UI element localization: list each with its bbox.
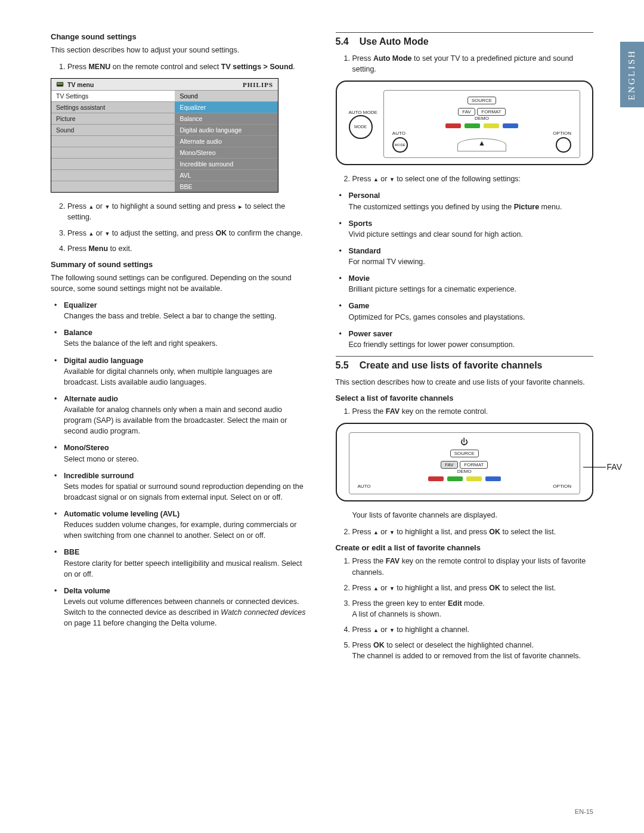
item-avl: Automatic volume leveling (AVL)Reduces s… xyxy=(64,509,309,541)
up-icon xyxy=(373,175,379,183)
c-step1: Press the FAV key on the remote control … xyxy=(352,556,594,577)
item-dal: Digital audio languageAvailable for digi… xyxy=(64,355,309,388)
mode-sports: SportsVivid picture settings and clear s… xyxy=(349,218,594,240)
item-mono: Mono/StereoSelect mono or stereo. xyxy=(64,442,309,464)
heading-summary: Summary of sound settings xyxy=(51,260,309,269)
auto-mode-button-icon: MODE xyxy=(349,115,373,139)
tv-menu-figure: 📟TV menuPHILIPS TV SettingsSound Setting… xyxy=(51,78,278,193)
mode-icon: MODE xyxy=(392,137,408,153)
item-alt: Alternate audioAvailable for analog chan… xyxy=(64,394,309,437)
option-icon xyxy=(556,137,571,153)
page-number: EN-15 xyxy=(575,808,593,815)
language-tab: ENGLISH xyxy=(620,42,644,107)
down-icon xyxy=(389,584,395,592)
up-icon xyxy=(373,584,379,592)
heading-change-sound: Change sound settings xyxy=(51,32,309,41)
fav-callout: FAV xyxy=(607,462,622,472)
mode-movie: MovieBrilliant picture settings for a ci… xyxy=(349,273,594,295)
right-icon xyxy=(237,202,243,210)
c-step5: Press OK to select or deselect the highl… xyxy=(352,640,594,661)
down-icon xyxy=(104,202,110,210)
heading-create-fav: Create or edit a list of favorite channe… xyxy=(336,543,594,552)
up-icon xyxy=(373,625,379,634)
heading-select-fav: Select a list of favorite channels xyxy=(336,394,594,402)
mode-game: GameOptimized for PCs, games consoles an… xyxy=(349,301,594,322)
c-step4: Press or to highlight a channel. xyxy=(352,624,594,635)
step-1: Press MENU on the remote control and sel… xyxy=(67,61,309,72)
s55-after: Your lists of favorite channels are disp… xyxy=(352,510,594,521)
down-icon xyxy=(389,625,395,634)
step-4: Press Menu to exit. xyxy=(67,243,309,254)
down-icon xyxy=(104,229,110,237)
s54-step2: Press or to select one of the following … xyxy=(352,174,594,184)
s54-step1: Press Auto Mode to set your TV to a pred… xyxy=(352,53,594,75)
c-step2: Press or to highlight a list, and press … xyxy=(352,583,594,593)
summary-intro: The following sound settings can be conf… xyxy=(51,272,309,294)
item-incredible: Incredible surroundSets modes for spatia… xyxy=(64,470,309,503)
down-icon xyxy=(389,528,395,536)
intro-text: This section describes how to adjust you… xyxy=(51,45,309,55)
s55-sel-step1: Press the FAV key on the remote control. xyxy=(352,406,594,417)
right-column: 5.4Use Auto Mode Press Auto Mode to set … xyxy=(336,30,594,667)
remote-figure-2: ⏻ SOURCE FAV FORMAT DEMO AUTOOPTION FAV xyxy=(336,423,594,501)
mode-personal: PersonalThe customized settings you defi… xyxy=(349,190,594,212)
heading-5-4: 5.4Use Auto Mode xyxy=(336,32,594,47)
s55-intro: This section describes how to create and… xyxy=(336,377,594,388)
mode-standard: StandardFor normal TV viewing. xyxy=(349,246,594,267)
up-icon xyxy=(373,528,379,536)
heading-5-5: 5.5Create and use lists of favorite chan… xyxy=(336,356,594,371)
step-3: Press or to adjust the setting, and pres… xyxy=(67,228,309,239)
item-delta: Delta volumeLevels out volume difference… xyxy=(64,586,309,629)
left-column: Change sound settings This section descr… xyxy=(51,30,309,667)
s55-sel-step2: Press or to highlight a list, and press … xyxy=(352,527,594,537)
remote-icon: 📟 xyxy=(56,80,64,88)
c-step3: Press the green key to enter Edit mode.A… xyxy=(352,598,594,620)
item-balance: BalanceSets the balance of the left and … xyxy=(64,327,309,349)
down-icon xyxy=(389,175,395,183)
item-bbe: BBERestore clarity for better speech int… xyxy=(64,547,309,579)
item-equalizer: EqualizerChanges the bass and treble. Se… xyxy=(64,300,309,321)
mode-power: Power saverEco friendly settings for low… xyxy=(349,329,594,350)
step-2: Press or to highlight a sound setting an… xyxy=(67,201,309,222)
remote-figure-1: AUTO MODE MODE SOURCE FAV FORMAT DEMO AU… xyxy=(336,80,594,165)
